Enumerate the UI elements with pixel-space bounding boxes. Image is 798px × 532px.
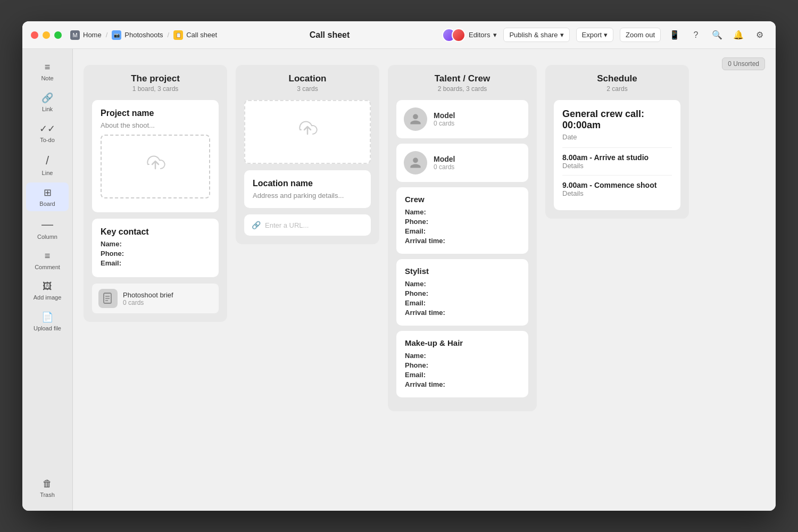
model-card-2[interactable]: Model 0 cards	[396, 144, 528, 182]
column-icon: —	[41, 218, 53, 231]
breadcrumb-photoshoots[interactable]: 📷 Photoshoots	[112, 30, 163, 40]
column-location-header: Location 3 cards	[244, 73, 371, 93]
stylist-title: Stylist	[405, 267, 520, 276]
schedule-item-1: 8.00am - Arrive at studio Details	[562, 153, 672, 170]
column-project: The project 1 board, 3 cards Project nam…	[84, 65, 227, 322]
sidebar-item-link[interactable]: 🔗 Link	[26, 88, 69, 117]
column-schedule: Schedule 2 cards General crew call: 00:0…	[545, 65, 689, 219]
column-schedule-header: Schedule 2 cards	[554, 73, 680, 93]
add-image-icon: 🖼	[43, 281, 52, 292]
zoom-out-button[interactable]: Zoom out	[620, 28, 661, 42]
minimize-button[interactable]	[43, 31, 50, 39]
toolbar-icons: 📱 ? 🔍 🔔 ⚙	[667, 28, 767, 43]
traffic-lights	[31, 31, 62, 39]
breadcrumb-callsheet-label: Call sheet	[186, 31, 217, 39]
line-icon: /	[46, 154, 49, 168]
content-area: 0 Unsorted The project 1 board, 3 cards …	[73, 49, 776, 511]
url-input-row[interactable]: 🔗 Enter a URL...	[244, 214, 371, 236]
sidebar-label-add-image: Add image	[34, 294, 62, 301]
column-project-title: The project	[92, 73, 219, 84]
settings-icon[interactable]: ⚙	[752, 28, 767, 43]
crew-section-stylist[interactable]: Stylist Name: Phone: Email: Arrival time…	[396, 259, 528, 326]
model-avatar-1	[404, 107, 427, 131]
device-icon[interactable]: 📱	[667, 28, 682, 43]
titlebar: M Home / 📷 Photoshoots / 📋 Call sheet Ca…	[22, 21, 776, 49]
breadcrumb-home-label: Home	[83, 31, 102, 39]
model-avatar-2	[404, 151, 427, 174]
sidebar-item-column[interactable]: — Column	[26, 213, 69, 244]
project-name-title: Project name	[101, 109, 210, 118]
location-upload-area[interactable]	[244, 100, 371, 164]
breadcrumb-photoshoots-label: Photoshoots	[124, 31, 163, 39]
model-1-count: 0 cards	[434, 120, 455, 127]
schedule-card[interactable]: General crew call: 00:00am Date 8.00am -…	[554, 100, 680, 210]
model-1-name: Model	[434, 111, 455, 120]
editors-chevron: ▾	[493, 31, 497, 39]
app-window: M Home / 📷 Photoshoots / 📋 Call sheet Ca…	[22, 21, 776, 511]
card-key-contact[interactable]: Key contact Name: Phone: Email:	[92, 219, 219, 277]
avatar-2	[452, 28, 466, 42]
unsorted-badge: 0 Unsorted	[722, 57, 765, 70]
project-upload-area[interactable]	[101, 135, 210, 198]
column-schedule-title: Schedule	[554, 73, 680, 84]
crew-section-crew[interactable]: Crew Name: Phone: Email: Arrival time:	[396, 187, 528, 254]
column-talent-title: Talent / Crew	[396, 73, 528, 84]
model-card-1[interactable]: Model 0 cards	[396, 100, 528, 138]
makeup-title: Make-up & Hair	[405, 338, 520, 347]
breadcrumb-callsheet[interactable]: 📋 Call sheet	[173, 30, 217, 40]
upload-file-icon: 📄	[41, 311, 53, 323]
home-icon: M	[70, 30, 80, 40]
key-contact-phone: Phone:	[101, 250, 210, 257]
trash-icon: 🗑	[43, 478, 52, 489]
page-title: Call sheet	[310, 30, 350, 40]
note-icon: ≡	[45, 62, 51, 73]
sidebar-label-upload-file: Upload file	[34, 325, 61, 331]
photoshoots-icon: 📷	[112, 30, 121, 40]
sidebar-label-note: Note	[41, 75, 53, 81]
sidebar-item-line[interactable]: / Line	[26, 149, 69, 180]
column-talent: Talent / Crew 2 boards, 3 cards Model 0 …	[388, 65, 537, 411]
search-icon[interactable]: 🔍	[710, 28, 725, 43]
help-icon[interactable]: ?	[688, 28, 703, 43]
sidebar-item-trash[interactable]: 🗑 Trash	[26, 474, 69, 502]
sidebar-label-column: Column	[37, 234, 57, 240]
sidebar-label-board: Board	[39, 201, 55, 207]
titlebar-right: Editors ▾ Publish & share ▾ Export ▾ Zoo…	[442, 28, 767, 43]
sidebar-item-comment[interactable]: ≡ Comment	[26, 246, 69, 275]
card-location-name[interactable]: Location name Address and parking detail…	[244, 170, 371, 208]
sidebar: ≡ Note 🔗 Link ✓✓ To-do / Line ⊞ Board — …	[22, 49, 73, 511]
editors-button[interactable]: Editors ▾	[442, 28, 497, 42]
sidebar-item-add-image[interactable]: 🖼 Add image	[26, 277, 69, 305]
sidebar-item-upload-file[interactable]: 📄 Upload file	[26, 307, 69, 336]
schedule-detail-1: Details	[562, 162, 672, 170]
sidebar-item-note[interactable]: ≡ Note	[26, 57, 69, 86]
column-talent-subtitle: 2 boards, 3 cards	[396, 85, 528, 93]
sidebar-label-todo: To-do	[40, 137, 55, 143]
publish-share-button[interactable]: Publish & share ▾	[503, 28, 569, 42]
sidebar-item-board[interactable]: ⊞ Board	[26, 182, 69, 211]
columns-wrapper: The project 1 board, 3 cards Project nam…	[84, 65, 765, 411]
breadcrumb-home[interactable]: M Home	[70, 30, 102, 40]
column-location-subtitle: 3 cards	[244, 85, 371, 93]
crew-section-makeup[interactable]: Make-up & Hair Name: Phone: Email: Arriv…	[396, 331, 528, 397]
photoshoot-brief-label: Photoshoot brief	[123, 291, 173, 299]
schedule-detail-2: Details	[562, 189, 672, 197]
sidebar-label-comment: Comment	[35, 264, 60, 270]
upload-cloud-icon	[143, 154, 168, 179]
column-schedule-subtitle: 2 cards	[554, 85, 680, 93]
maximize-button[interactable]	[54, 31, 62, 39]
close-button[interactable]	[31, 31, 38, 39]
key-contact-title: Key contact	[101, 227, 210, 237]
column-project-subtitle: 1 board, 3 cards	[92, 85, 219, 93]
notifications-icon[interactable]: 🔔	[731, 28, 746, 43]
model-2-name: Model	[434, 155, 455, 163]
sidebar-item-todo[interactable]: ✓✓ To-do	[26, 119, 69, 147]
mini-card-photoshoot-brief[interactable]: Photoshoot brief 0 cards	[92, 284, 219, 313]
breadcrumb: M Home / 📷 Photoshoots / 📋 Call sheet	[70, 30, 217, 40]
project-name-text: About the shoot...	[101, 121, 210, 129]
schedule-time-2: 9.00am - Commence shoot	[562, 181, 672, 189]
card-project-name[interactable]: Project name About the shoot...	[92, 100, 219, 212]
schedule-item-2: 9.00am - Commence shoot Details	[562, 181, 672, 197]
export-button[interactable]: Export ▾	[576, 28, 614, 42]
column-location-title: Location	[244, 73, 371, 84]
